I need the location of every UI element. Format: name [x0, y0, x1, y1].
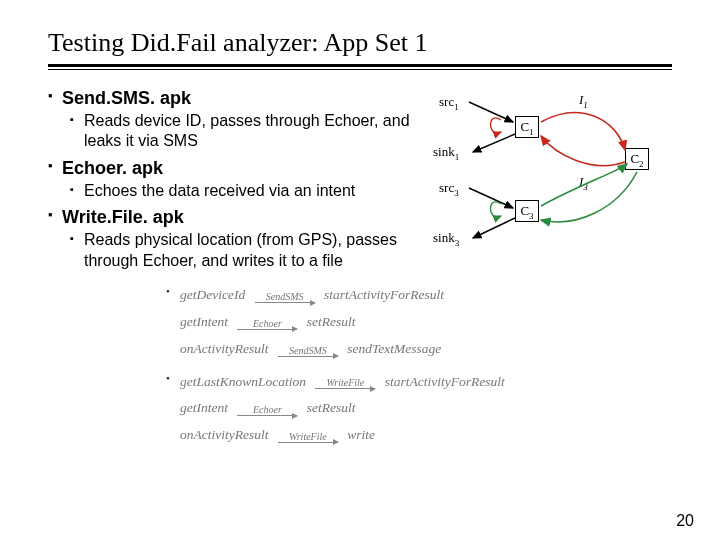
content-row: Send.SMS. apk Reads device ID, passes th…	[48, 88, 672, 277]
bullet-column: Send.SMS. apk Reads device ID, passes th…	[48, 88, 418, 277]
flow-diagram: src1 sink1 src3 sink3 I1 I3 C1 C2 C3	[441, 92, 661, 272]
formula-row: getIntent Echoer setResult	[180, 394, 672, 421]
slide-title: Testing Did.Fail analyzer: App Set 1	[48, 28, 672, 67]
diagram-arrows	[441, 92, 661, 272]
formulas-block: getDeviceId SendSMS startActivityForResu…	[180, 281, 672, 447]
list-item: Echoer. apk Echoes the data received via…	[62, 158, 418, 201]
formula-row: getLastKnownLocation WriteFile startActi…	[180, 368, 672, 395]
apk-desc: Echoes the data received via an intent	[84, 181, 418, 201]
formula-row: onActivityResult WriteFile write	[180, 421, 672, 448]
list-item: Send.SMS. apk Reads device ID, passes th…	[62, 88, 418, 152]
apk-name: Write.File. apk	[62, 207, 184, 227]
apk-desc: Reads physical location (from GPS), pass…	[84, 230, 418, 271]
list-item: Write.File. apk Reads physical location …	[62, 207, 418, 271]
formula-row: onActivityResult SendSMS sendTextMessage	[180, 335, 672, 362]
apk-desc: Reads device ID, passes through Echoer, …	[84, 111, 418, 152]
formula-row: getDeviceId SendSMS startActivityForResu…	[180, 281, 672, 308]
formula-row: getIntent Echoer setResult	[180, 308, 672, 335]
apk-name: Send.SMS. apk	[62, 88, 191, 108]
title-underline	[48, 69, 672, 70]
diagram-column: src1 sink1 src3 sink3 I1 I3 C1 C2 C3	[430, 88, 672, 277]
apk-name: Echoer. apk	[62, 158, 163, 178]
slide: Testing Did.Fail analyzer: App Set 1 Sen…	[0, 0, 720, 448]
page-number: 20	[676, 512, 694, 530]
